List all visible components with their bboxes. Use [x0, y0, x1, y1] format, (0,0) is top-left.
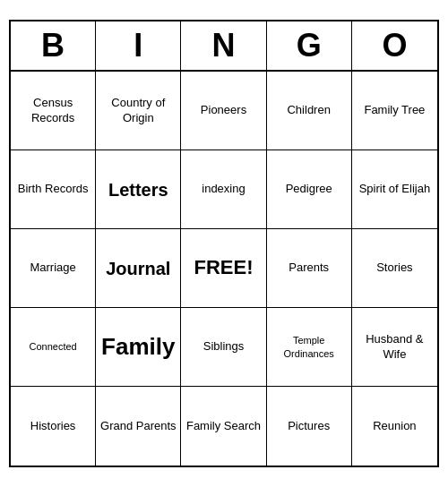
header-letter: G [267, 21, 352, 70]
bingo-cell: Histories [11, 387, 96, 466]
bingo-cell: Birth Records [11, 150, 96, 229]
bingo-cell: Husband & Wife [352, 308, 437, 387]
bingo-cell: Pictures [267, 387, 352, 466]
cell-label: Pioneers [201, 103, 246, 118]
header-letter: O [352, 21, 437, 70]
cell-label: Stories [376, 261, 412, 276]
cell-label: Pictures [288, 419, 330, 434]
bingo-cell: Family Search [181, 387, 266, 466]
cell-label: Reunion [373, 419, 416, 434]
bingo-cell: Parents [267, 229, 352, 308]
cell-label: Marriage [30, 261, 75, 276]
cell-label: Husband & Wife [356, 332, 434, 363]
bingo-cell: Family Tree [352, 72, 437, 150]
bingo-cell: Connected [11, 308, 96, 387]
cell-label: Family [101, 332, 175, 363]
bingo-cell: Letters [96, 150, 181, 229]
bingo-cell: FREE! [181, 229, 266, 308]
bingo-cell: indexing [181, 150, 266, 229]
cell-label: Census Records [14, 96, 91, 126]
bingo-header: BINGO [11, 21, 437, 72]
cell-label: Histories [30, 419, 76, 434]
cell-label: Temple Ordinances [271, 334, 348, 360]
header-letter: N [181, 21, 266, 70]
cell-label: Family Tree [364, 103, 425, 118]
bingo-cell: Temple Ordinances [267, 308, 352, 387]
bingo-cell: Census Records [11, 72, 96, 150]
bingo-cell: Pedigree [267, 150, 352, 229]
bingo-cell: Siblings [181, 308, 266, 387]
bingo-cell: Grand Parents [96, 387, 181, 466]
bingo-cell: Stories [352, 229, 437, 308]
cell-label: Grand Parents [100, 419, 177, 434]
cell-label: Connected [29, 340, 76, 353]
cell-label: indexing [202, 182, 245, 197]
bingo-cell: Children [267, 72, 352, 150]
cell-label: Pedigree [286, 182, 332, 197]
cell-label: Country of Origin [99, 96, 177, 126]
cell-label: Birth Records [18, 182, 89, 197]
bingo-cell: Reunion [352, 387, 437, 466]
bingo-card: BINGO Census RecordsCountry of OriginPio… [9, 20, 439, 467]
bingo-cell: Marriage [11, 229, 96, 308]
cell-label: Siblings [203, 339, 245, 355]
cell-label: Journal [106, 257, 170, 280]
cell-label: Children [287, 103, 330, 118]
cell-label: Family Search [186, 419, 261, 434]
cell-label: Spirit of Elijah [359, 182, 430, 197]
bingo-cell: Pioneers [181, 72, 266, 150]
bingo-grid: Census RecordsCountry of OriginPioneersC… [11, 72, 437, 466]
bingo-cell: Spirit of Elijah [352, 150, 437, 229]
cell-label: Letters [108, 178, 168, 201]
header-letter: B [11, 21, 96, 70]
header-letter: I [96, 21, 181, 70]
cell-label: FREE! [194, 255, 253, 281]
bingo-cell: Family [96, 308, 181, 387]
bingo-cell: Journal [96, 229, 181, 308]
bingo-cell: Country of Origin [96, 72, 181, 150]
cell-label: Parents [289, 261, 329, 276]
